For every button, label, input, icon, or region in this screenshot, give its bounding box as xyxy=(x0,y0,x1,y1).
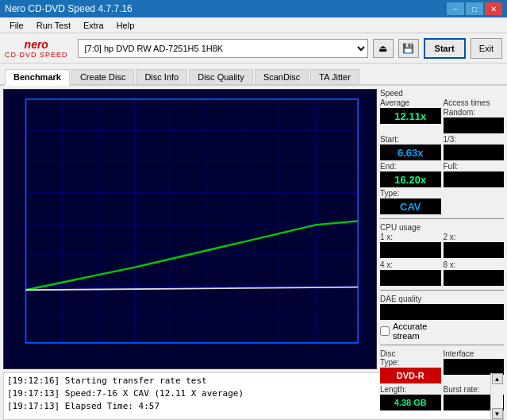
cpu-usage-label: CPU usage xyxy=(380,223,504,232)
nero-logo-bottom: CD·DVD SPEED xyxy=(5,51,68,59)
speed-type-value: CAV xyxy=(380,198,441,214)
accurate-stream-label: Accuratestream xyxy=(393,322,427,341)
chart-svg xyxy=(4,90,376,368)
main-content: 24 X 20 X 16 X 12 X 8 X 4 X 32 28 24 20 … xyxy=(0,86,507,372)
menu-file[interactable]: File xyxy=(3,19,30,32)
log-area: [19:12:16] Starting transfer rate test [… xyxy=(3,372,504,420)
log-content: [19:12:16] Starting transfer rate test [… xyxy=(4,373,490,419)
tab-benchmark[interactable]: Benchmark xyxy=(5,69,70,86)
menu-extra[interactable]: Extra xyxy=(77,19,110,32)
window-controls: − □ ✕ xyxy=(447,2,502,15)
tab-disc-quality[interactable]: Disc Quality xyxy=(189,69,253,84)
log-line-3: [19:17:13] Elapsed Time: 4:57 xyxy=(7,400,487,413)
access-random-label: Random: xyxy=(444,108,505,117)
chart-area: 24 X 20 X 16 X 12 X 8 X 4 X 32 28 24 20 … xyxy=(3,89,377,369)
disc-type-label: DiscType: xyxy=(380,349,441,367)
cpu-8x-label: 8 x: xyxy=(444,260,505,269)
eject-icon-button[interactable]: ⏏ xyxy=(373,39,394,58)
dae-quality-value xyxy=(380,304,504,320)
accurate-stream-checkbox[interactable] xyxy=(380,326,390,336)
speed-start-label: Start: xyxy=(380,135,441,144)
maximize-button[interactable]: □ xyxy=(466,2,483,15)
access-random-value xyxy=(444,118,505,133)
title-bar: Nero CD-DVD Speed 4.7.7.16 − □ ✕ xyxy=(0,0,507,17)
cpu-2x-value xyxy=(444,242,505,258)
cpu-1x-label: 1 x: xyxy=(380,233,441,241)
exit-button[interactable]: Exit xyxy=(471,38,502,59)
svg-rect-0 xyxy=(4,90,376,368)
menu-help[interactable]: Help xyxy=(110,19,141,32)
menu-run-test[interactable]: Run Test xyxy=(30,19,77,32)
tab-create-disc[interactable]: Create Disc xyxy=(71,69,134,84)
dae-quality-label: DAE quality xyxy=(380,295,504,303)
tab-scan-disc[interactable]: ScanDisc xyxy=(255,69,309,84)
speed-label: Speed xyxy=(380,89,504,98)
tab-ta-jitter[interactable]: TA Jitter xyxy=(310,69,359,84)
app-title: Nero CD-DVD Speed 4.7.7.16 xyxy=(5,3,447,14)
close-button[interactable]: ✕ xyxy=(485,2,502,15)
minimize-button[interactable]: − xyxy=(447,2,464,15)
cpu-8x-value xyxy=(444,270,505,286)
scroll-up-button[interactable]: ▲ xyxy=(492,373,503,384)
speed-start-value: 6.63x xyxy=(380,144,441,160)
log-scrollbar: ▲ ▼ xyxy=(490,373,503,419)
speed-average-label: Average xyxy=(380,98,441,107)
cpu-4x-label: 4 x: xyxy=(380,260,441,269)
speed-end-label: End: xyxy=(380,162,441,171)
start-button[interactable]: Start xyxy=(424,38,466,59)
cpu-1x-value xyxy=(380,242,441,258)
scroll-down-button[interactable]: ▼ xyxy=(492,408,503,419)
interface-value xyxy=(444,359,505,375)
drive-selector[interactable]: [7:0] hp DVD RW AD-7251H5 1H8K xyxy=(78,39,368,58)
nero-logo: nero CD·DVD SPEED xyxy=(5,38,68,59)
dae-quality-section: DAE quality Accuratestream xyxy=(380,295,504,341)
accurate-stream-row: Accuratestream xyxy=(380,322,504,341)
tab-bar: Benchmark Create Disc Disc Info Disc Qua… xyxy=(0,64,507,86)
right-panel: Speed Average 12.11x Access times Random… xyxy=(380,86,507,372)
log-line-2: [19:17:13] Speed:7-16 X CAV (12.11 X ave… xyxy=(7,387,487,400)
access-full-label: Full: xyxy=(444,162,505,171)
log-line-1: [19:12:16] Starting transfer rate test xyxy=(7,375,487,387)
access-onethird-label: 1/3: xyxy=(444,135,505,144)
cpu-2x-label: 2 x: xyxy=(444,233,505,241)
speed-average-value: 12.11x xyxy=(380,108,441,124)
cpu-4x-value xyxy=(380,270,441,286)
access-onethird-value xyxy=(444,144,505,160)
access-times-label: Access times xyxy=(444,98,505,107)
menu-bar: File Run Test Extra Help xyxy=(0,17,507,33)
speed-type-label: Type: xyxy=(380,189,441,198)
nero-logo-top: nero xyxy=(25,38,48,51)
access-full-value xyxy=(444,171,505,187)
speed-end-value: 16.20x xyxy=(380,171,441,187)
tab-disc-info[interactable]: Disc Info xyxy=(136,69,187,84)
cpu-usage-section: CPU usage 1 x: 2 x: 4 x: 8 x: xyxy=(380,223,504,286)
speed-section: Speed Average 12.11x Access times Random… xyxy=(380,89,504,214)
toolbar: nero CD·DVD SPEED [7:0] hp DVD RW AD-725… xyxy=(0,33,507,64)
interface-label: Interface xyxy=(444,349,505,358)
save-icon-button[interactable]: 💾 xyxy=(398,39,419,58)
